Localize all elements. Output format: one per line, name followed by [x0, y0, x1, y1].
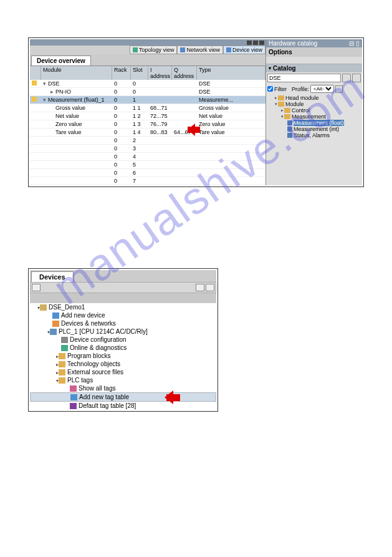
col-slot[interactable]: Slot [131, 66, 148, 80]
tab-topology[interactable]: Topology view [130, 46, 178, 54]
tab-devices[interactable]: Devices [31, 271, 74, 282]
tree-node[interactable]: Add new tag table [30, 392, 216, 402]
plc-icon [50, 329, 57, 335]
col-type[interactable]: Type [197, 66, 265, 80]
table-row-empty[interactable]: 07 [30, 177, 265, 185]
table-header: Module Rack Slot I address Q address Typ… [30, 66, 265, 80]
panel-tabs: Device overview [30, 54, 265, 65]
min-icon[interactable] [247, 41, 252, 45]
catalog-section[interactable]: Catalog [266, 64, 362, 72]
table-row[interactable]: Net value01 272...75Net value [30, 112, 265, 120]
table-row[interactable]: Zero value01 376...79Zero value [30, 120, 265, 128]
devices-tab-row: Devices [30, 270, 216, 282]
tags-icon [70, 385, 77, 392]
fold-icon [59, 353, 65, 359]
table-row[interactable]: ▾Measurement (float)_101Measureme... [30, 96, 265, 104]
tree-node[interactable]: DSE_Demo1 [30, 303, 216, 311]
col-module[interactable]: Module [41, 66, 112, 80]
table-row-empty[interactable]: 05 [30, 161, 265, 169]
tool-btn-2[interactable] [196, 284, 204, 291]
folder-icon [284, 114, 290, 119]
catalog-node[interactable]: Measurement [267, 114, 361, 120]
tree-node[interactable]: Default tag table [28] [30, 402, 216, 410]
fold-icon [59, 361, 65, 367]
tab-network[interactable]: Network view [177, 46, 223, 54]
catalog-tree: Head moduleModuleControlMeasurementMeasu… [266, 94, 362, 139]
search-btn2[interactable] [352, 74, 361, 82]
catalog-node[interactable]: Head module [267, 95, 361, 101]
col-qaddress[interactable]: Q address [172, 66, 197, 80]
screenshot-1-frame: Topology view Network view Device view D… [28, 37, 364, 187]
tree-node[interactable]: External source files [30, 368, 216, 376]
filter-btn[interactable] [335, 85, 343, 93]
net-icon [52, 321, 59, 327]
hardware-catalog-panel: Hardware catalog⊟ ▯ Options Catalog Filt… [265, 39, 362, 185]
table-row[interactable]: ▸PN-IO00DSE [30, 88, 265, 96]
search-input[interactable] [267, 74, 341, 82]
tree-node[interactable]: Add new device [30, 311, 216, 319]
device-icon [287, 133, 292, 138]
col-iaddress[interactable]: I address [148, 66, 172, 80]
spacer [30, 293, 216, 303]
tree-node[interactable]: Technology objects [30, 360, 216, 368]
tree-node[interactable]: Devices & networks [30, 319, 216, 327]
catalog-node[interactable]: Measurement (int) [267, 126, 361, 132]
tab-label: Topology view [139, 47, 174, 53]
project-tree: DSE_Demo1Add new deviceDevices & network… [30, 303, 216, 410]
tab-device[interactable]: Device view [223, 46, 265, 54]
module-icon [32, 97, 37, 102]
module-icon [32, 80, 37, 85]
tab-device-overview[interactable]: Device overview [31, 56, 91, 65]
catalog-options[interactable]: Options [266, 47, 362, 57]
fold-icon [59, 377, 65, 384]
table-icon [70, 403, 77, 409]
window-titlebar [30, 39, 265, 46]
profile-label: Profile: [292, 86, 309, 92]
tree-node[interactable]: PLC_1 [CPU 1214C AC/DC/Rly] [30, 327, 216, 336]
catalog-search [266, 72, 362, 84]
pin-icon[interactable]: ⊟ ▯ [349, 40, 360, 47]
device-icon [287, 120, 292, 125]
catalog-node[interactable]: Control [267, 107, 361, 114]
catalog-toolbar [266, 57, 362, 64]
tree-node[interactable]: Device configuration [30, 336, 216, 344]
add-icon [70, 394, 77, 400]
tab-label: Network view [186, 47, 220, 53]
add-icon [52, 312, 59, 319]
catalog-title: Hardware catalog⊟ ▯ [266, 39, 362, 47]
tree-node[interactable]: PLC tags [30, 376, 216, 384]
device-icon [226, 47, 231, 52]
catalog-node[interactable]: Module [267, 101, 361, 107]
cfg-icon [61, 337, 68, 343]
filter-label: Filter [274, 86, 287, 92]
close-icon[interactable] [259, 41, 264, 45]
table-row-empty[interactable]: 02 [30, 137, 265, 145]
table-row[interactable]: Gross value01 168...71Gross value [30, 104, 265, 112]
folder-icon [284, 108, 290, 113]
table-row-empty[interactable]: 03 [30, 145, 265, 153]
catalog-filter: Filter Profile: <All> [266, 84, 362, 94]
filter-checkbox[interactable] [267, 86, 273, 92]
search-btn1[interactable] [342, 74, 351, 82]
table-row-empty[interactable]: 06 [30, 169, 265, 177]
tree-node[interactable]: Program blocks [30, 352, 216, 360]
screenshot-2-frame: Devices DSE_Demo1Add new deviceDevices &… [28, 268, 218, 412]
devices-toolbar [30, 282, 216, 293]
proj-icon [40, 304, 47, 311]
catalog-node[interactable]: Measurement (float) [267, 120, 361, 126]
table-row-empty[interactable]: 04 [30, 153, 265, 161]
tool-btn-1[interactable] [32, 284, 41, 291]
col-rack[interactable]: Rack [112, 66, 131, 80]
profile-select[interactable]: <All> [310, 85, 334, 93]
tree-node[interactable]: Show all tags [30, 384, 216, 392]
tool-btn-3[interactable] [206, 284, 214, 291]
view-tabs: Topology view Network view Device view [30, 46, 265, 54]
device-table: Module Rack Slot I address Q address Typ… [30, 65, 265, 185]
catalog-node[interactable]: Status, Alarms [267, 132, 361, 138]
folder-icon [278, 102, 284, 107]
table-row[interactable]: Tare value01 480...8364...67Tare value [30, 128, 265, 137]
tree-node[interactable]: Online & diagnostics [30, 344, 216, 352]
table-row[interactable]: ▾DSE00DSE [30, 80, 265, 88]
diag-icon [61, 345, 68, 351]
max-icon[interactable] [253, 41, 258, 45]
